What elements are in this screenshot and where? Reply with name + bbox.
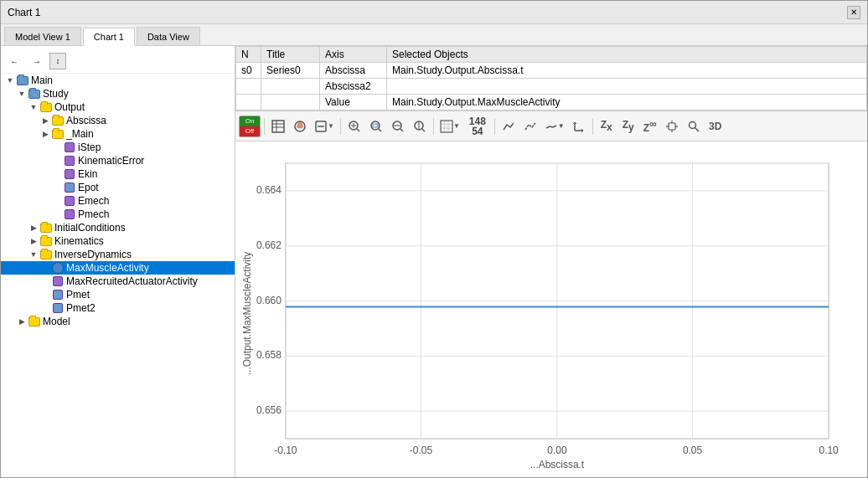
zoom-fit-button[interactable] — [344, 116, 364, 136]
sep-1 — [264, 118, 265, 135]
pan-button[interactable] — [662, 116, 682, 136]
folder-icon-output — [39, 101, 53, 113]
svg-rect-27 — [669, 123, 675, 130]
toggle-inverse-dynamics[interactable]: ▼ — [28, 250, 39, 259]
sort-button[interactable]: ↕ — [49, 53, 66, 69]
folder-icon-main — [16, 75, 29, 86]
zoom-z-button[interactable]: Z∞ — [640, 116, 660, 136]
svg-point-32 — [689, 121, 695, 128]
tree-item-emech[interactable]: Emech — [1, 194, 235, 208]
tab-data-view[interactable]: Data View — [137, 27, 200, 45]
tree-item-epot[interactable]: Epot — [1, 181, 235, 194]
line-style-2-button[interactable] — [520, 116, 540, 136]
main-window: Chart 1 ✕ Model View 1 Chart 1 Data View… — [0, 0, 868, 478]
series-axis-1: Abscissa2 — [320, 79, 387, 95]
tab-chart1[interactable]: Chart 1 — [83, 28, 135, 46]
tree-item-istep[interactable]: iStep — [1, 141, 235, 154]
tree-item-ekin[interactable]: Ekin — [1, 167, 235, 181]
toggle-study[interactable]: ▼ — [16, 90, 28, 98]
toggle-_main[interactable]: ▶ — [39, 130, 51, 138]
sep-5 — [592, 118, 593, 135]
toggle-model[interactable]: ▶ — [16, 317, 28, 326]
tree-item-abscissa[interactable]: ▶ Abscissa — [1, 114, 235, 127]
chart-icon-kinematic-error — [63, 155, 76, 167]
toggle-kinematics[interactable]: ▶ — [28, 237, 39, 245]
style-icon — [314, 120, 328, 133]
zoom-h-button[interactable] — [388, 116, 408, 136]
chart-toolbar: On Off — [235, 111, 867, 141]
tree-item-pmech[interactable]: Pmech — [1, 208, 235, 221]
style-dropdown[interactable]: ▼ — [312, 116, 337, 136]
grid-icon — [440, 120, 453, 133]
tree-item-main[interactable]: ▼ Main — [1, 74, 235, 87]
svg-rect-0 — [272, 121, 284, 132]
tree-item-pmet[interactable]: Pmet — [1, 288, 235, 301]
line-style-dropdown[interactable]: ▼ — [542, 116, 567, 136]
series-title-0: Series0 — [261, 63, 320, 79]
tree-item-kinematic-error[interactable]: KinematicError — [1, 154, 235, 167]
search-button[interactable] — [684, 116, 704, 136]
color-icon — [293, 120, 307, 133]
chart-icon-pmet2 — [51, 302, 65, 314]
toggle-main[interactable]: ▼ — [4, 76, 16, 85]
right-panel: N Title Axis Selected Objects s0 Series0… — [235, 46, 867, 477]
table-icon — [271, 120, 285, 133]
tree-item-max-recruited[interactable]: MaxRecruitedActuatorActivity — [1, 275, 235, 288]
legend-button[interactable]: 14854 — [464, 116, 491, 136]
sep-4 — [494, 118, 495, 135]
series-row-1: Abscissa2 — [236, 79, 867, 95]
series-title-1 — [261, 79, 320, 95]
line-style-2-icon — [524, 120, 537, 133]
color-button[interactable] — [290, 116, 310, 136]
tree-item-initial-conditions[interactable]: ▶ InitialConditions — [1, 221, 235, 234]
zoom-area-icon — [369, 120, 383, 133]
series-selected-0: Main.Study.Output.Abscissa.t — [387, 63, 867, 79]
tree-item-inverse-dynamics[interactable]: ▼ InverseDynamics — [1, 248, 235, 261]
style-dropdown-arrow: ▼ — [328, 122, 334, 130]
series-title-2 — [261, 95, 320, 111]
zoom-h-icon — [391, 120, 405, 133]
zoom-y-button[interactable]: Zy — [618, 116, 638, 136]
forward-button[interactable]: → — [27, 51, 47, 71]
series-selected-2: Main.Study.Output.MaxMuscleActivity — [387, 95, 867, 111]
tree-item-_main[interactable]: ▶ _Main — [1, 127, 235, 141]
tree-label-inverse-dynamics: InverseDynamics — [54, 249, 132, 260]
tree-item-model[interactable]: ▶ Model — [1, 315, 235, 328]
grid-dropdown[interactable]: ▼ — [437, 116, 462, 136]
svg-text:0.656: 0.656 — [256, 404, 282, 416]
toggle-abscissa[interactable]: ▶ — [39, 116, 51, 125]
zoom-x-button[interactable]: Zx — [597, 116, 617, 136]
3d-button[interactable]: 3D — [705, 116, 726, 136]
axes-icon — [572, 120, 586, 133]
tree-label-pmet2: Pmet2 — [66, 302, 96, 314]
close-button[interactable]: ✕ — [847, 6, 860, 19]
toggle-output[interactable]: ▼ — [28, 103, 39, 111]
tree-item-pmet2[interactable]: Pmet2 — [1, 301, 235, 315]
col-header-title: Title — [261, 47, 320, 63]
tree-item-output[interactable]: ▼ Output — [1, 100, 235, 114]
pan-icon — [665, 120, 679, 133]
tree-item-study[interactable]: ▼ Study — [1, 87, 235, 100]
on-off-button[interactable]: On Off — [239, 116, 261, 137]
svg-text:0.05: 0.05 — [683, 445, 703, 456]
axes-button[interactable] — [569, 116, 589, 136]
chart-area[interactable]: ...Output.MaxMuscleActivity — [235, 141, 867, 477]
tree-item-max-muscle-activity[interactable]: MaxMuscleActivity — [1, 261, 235, 275]
folder-icon-kinematics — [39, 235, 53, 247]
line-style-1-button[interactable] — [499, 116, 519, 136]
tree-item-kinematics[interactable]: ▶ Kinematics — [1, 234, 235, 248]
tab-model-view[interactable]: Model View 1 — [4, 27, 81, 45]
svg-text:-0.05: -0.05 — [410, 445, 433, 456]
tree-label-kinematic-error: KinematicError — [78, 155, 144, 167]
toggle-initial-conditions[interactable]: ▶ — [28, 224, 39, 232]
zoom-v-button[interactable] — [410, 116, 430, 136]
table-button[interactable] — [268, 116, 288, 136]
folder-icon-inverse-dynamics — [39, 249, 53, 260]
zoom-area-button[interactable] — [366, 116, 386, 136]
tree-label-max-muscle-activity: MaxMuscleActivity — [66, 262, 149, 274]
chart-icon-pmet — [51, 289, 65, 301]
folder-icon-_main — [51, 128, 65, 140]
sep-2 — [340, 118, 341, 135]
tree-label-model: Model — [43, 316, 70, 327]
back-button[interactable]: ← — [4, 51, 24, 71]
